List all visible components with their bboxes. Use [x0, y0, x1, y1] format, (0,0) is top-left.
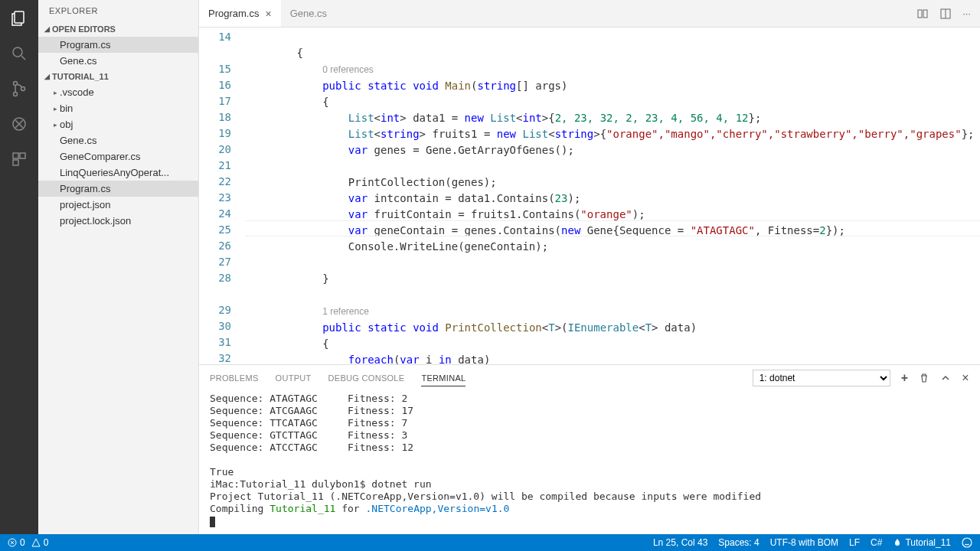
status-project[interactable]: Tutorial_11 [893, 537, 951, 548]
open-editors-header[interactable]: ◢OPEN EDITORS [38, 21, 198, 37]
chevron-down-icon: ◢ [44, 73, 50, 80]
status-warnings[interactable]: 0 [31, 537, 49, 548]
bottom-panel: PROBLEMS OUTPUT DEBUG CONSOLE TERMINAL 1… [199, 364, 980, 534]
status-position[interactable]: Ln 25, Col 43 [653, 537, 707, 548]
file-item[interactable]: project.json [38, 197, 198, 213]
status-lang[interactable]: C# [871, 537, 882, 548]
status-spaces[interactable]: Spaces: 4 [718, 537, 759, 548]
plus-icon[interactable]: + [901, 371, 909, 385]
tab-program[interactable]: Program.cs× [199, 0, 281, 27]
editor-tabs: Program.cs× Gene.cs ··· [199, 0, 980, 28]
trash-icon[interactable] [919, 373, 929, 383]
code-content[interactable]: { 0 references public static void Main(s… [245, 28, 980, 364]
sidebar-title: EXPLORER [38, 0, 198, 21]
terminal-select[interactable]: 1: dotnet [753, 370, 890, 386]
file-item[interactable]: project.lock.json [38, 213, 198, 229]
debug-icon[interactable] [8, 113, 30, 135]
tab-debug-console[interactable]: DEBUG CONSOLE [328, 370, 405, 386]
file-item[interactable]: LinqQueriesAnyOperat... [38, 165, 198, 181]
status-eol[interactable]: LF [849, 537, 860, 548]
svg-point-1 [13, 47, 22, 57]
chevron-down-icon: ◢ [44, 25, 50, 33]
tab-terminal[interactable]: TERMINAL [421, 370, 466, 386]
git-icon[interactable] [8, 78, 30, 99]
code-editor[interactable]: 14 1516171819202122232425262728 29303132… [199, 28, 980, 364]
open-editor-item[interactable]: Program.cs [38, 37, 198, 53]
svg-rect-8 [13, 160, 18, 165]
extensions-icon[interactable] [8, 148, 30, 170]
activity-bar [0, 0, 38, 534]
file-item[interactable]: Program.cs [38, 181, 198, 197]
close-icon[interactable]: × [265, 8, 271, 20]
project-header[interactable]: ◢TUTORIAL_11 [38, 69, 198, 84]
svg-point-13 [962, 538, 972, 547]
svg-rect-10 [923, 10, 927, 18]
file-item[interactable]: GeneComparer.cs [38, 148, 198, 165]
file-item[interactable]: Gene.cs [38, 132, 198, 148]
chevron-up-icon[interactable] [940, 373, 951, 383]
open-editor-item[interactable]: Gene.cs [38, 53, 198, 69]
search-icon[interactable] [8, 43, 30, 64]
chevron-right-icon: ▸ [54, 105, 57, 112]
svg-rect-6 [13, 153, 18, 158]
sidebar: EXPLORER ◢OPEN EDITORS Program.cs Gene.c… [38, 0, 199, 534]
tab-gene[interactable]: Gene.cs [281, 0, 336, 27]
svg-point-3 [14, 93, 18, 96]
tab-output[interactable]: OUTPUT [276, 370, 312, 386]
tab-problems[interactable]: PROBLEMS [210, 370, 259, 386]
svg-point-2 [14, 82, 18, 86]
svg-point-4 [21, 87, 25, 91]
svg-rect-7 [20, 153, 25, 158]
folder-item[interactable]: ▸obj [38, 116, 198, 132]
close-panel-icon[interactable]: × [962, 371, 969, 385]
svg-rect-0 [15, 11, 24, 23]
main-area: Program.cs× Gene.cs ··· 14 1516171819202… [199, 0, 980, 534]
files-icon[interactable] [8, 8, 30, 29]
line-gutter: 14 1516171819202122232425262728 29303132 [199, 28, 245, 364]
status-errors[interactable]: 0 [8, 537, 25, 548]
feedback-icon[interactable] [962, 537, 972, 548]
chevron-right-icon: ▸ [54, 89, 57, 96]
status-encoding[interactable]: UTF-8 with BOM [770, 537, 838, 548]
split-icon[interactable] [939, 8, 952, 20]
compare-icon[interactable] [916, 8, 929, 20]
chevron-right-icon: ▸ [54, 121, 57, 129]
terminal-output[interactable]: Sequence: ATAGTAGC Fitness: 2 Sequence: … [199, 391, 980, 534]
status-bar: 0 0 Ln 25, Col 43 Spaces: 4 UTF-8 with B… [0, 534, 980, 551]
more-icon[interactable]: ··· [962, 8, 971, 20]
folder-item[interactable]: ▸bin [38, 100, 198, 116]
folder-item[interactable]: ▸.vscode [38, 84, 198, 100]
svg-rect-9 [918, 10, 922, 18]
panel-tabs: PROBLEMS OUTPUT DEBUG CONSOLE TERMINAL 1… [199, 365, 980, 391]
